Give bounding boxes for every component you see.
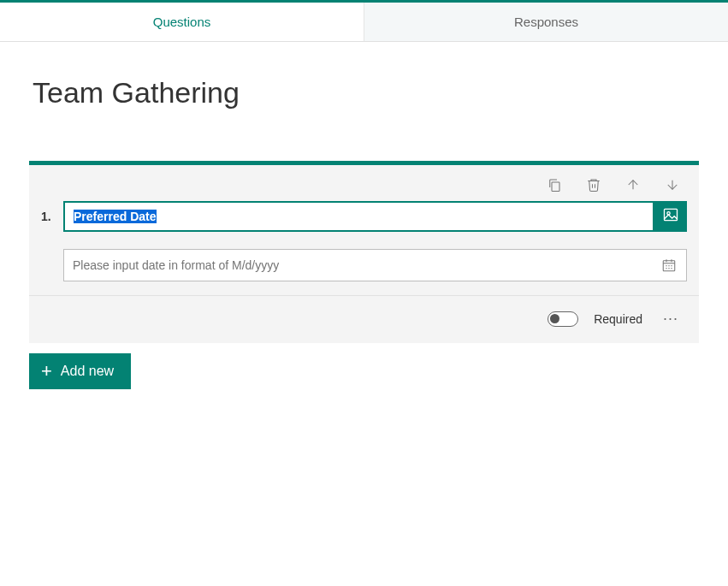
required-label: Required (594, 312, 642, 326)
move-up-icon[interactable] (625, 177, 641, 192)
question-number: 1. (41, 201, 56, 223)
move-down-icon[interactable] (665, 177, 680, 192)
tab-bar: Questions Responses (0, 0, 728, 42)
question-toolbar (29, 165, 699, 199)
question-body: 1. Preferred Date (29, 199, 699, 296)
question-card: 1. Preferred Date (29, 161, 699, 343)
insert-media-button[interactable] (654, 201, 687, 232)
form-title[interactable]: Team Gathering (29, 76, 699, 110)
delete-icon[interactable] (586, 177, 601, 192)
toggle-knob (550, 314, 559, 323)
image-icon (662, 206, 679, 227)
tab-questions[interactable]: Questions (0, 3, 364, 41)
svg-rect-0 (552, 182, 559, 192)
more-options-icon[interactable]: ··· (658, 310, 684, 328)
tab-responses[interactable]: Responses (364, 3, 728, 41)
content-area: Team Gathering 1. Preferred Date (0, 42, 728, 406)
date-input[interactable] (64, 250, 652, 281)
calendar-icon[interactable] (652, 250, 686, 281)
question-footer: Required ··· (29, 296, 699, 343)
copy-icon[interactable] (547, 177, 562, 192)
question-fields: Preferred Date (63, 201, 687, 281)
required-toggle[interactable] (547, 311, 578, 327)
add-new-button[interactable]: + Add new (29, 353, 131, 389)
svg-rect-1 (665, 209, 678, 220)
add-new-label: Add new (61, 364, 114, 379)
date-input-row (63, 249, 687, 281)
plus-icon: + (41, 362, 52, 381)
question-title-row: Preferred Date (63, 201, 687, 232)
question-title-input[interactable]: Preferred Date (63, 201, 654, 232)
